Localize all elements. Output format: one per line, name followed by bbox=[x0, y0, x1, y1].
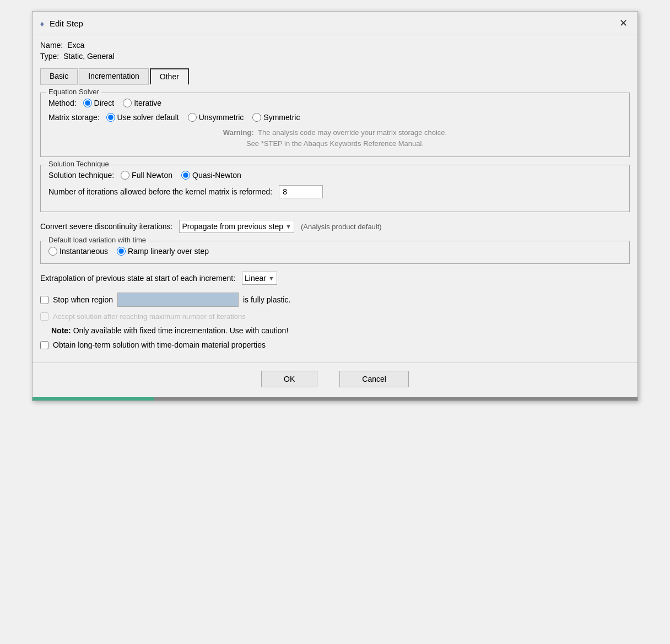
extrapolation-arrow-icon: ▼ bbox=[268, 275, 274, 282]
note-row: Note: Only available with fixed time inc… bbox=[51, 326, 630, 335]
method-direct[interactable]: Direct bbox=[83, 99, 115, 107]
tab-basic[interactable]: Basic bbox=[40, 68, 78, 85]
stop-when-region-row: Stop when region is fully plastic. bbox=[40, 293, 630, 307]
matrix-label: Matrix storage: bbox=[48, 113, 100, 122]
discontinuity-dropdown-value: Propagate from previous step bbox=[182, 222, 283, 231]
title-bar-left: ⬧ Edit Step bbox=[39, 18, 83, 29]
obtain-long-term-label: Obtain long-term solution with time-doma… bbox=[53, 340, 266, 349]
load-variation-radio-group: Instantaneous Ramp linearly over step bbox=[48, 247, 622, 256]
stop-when-label: Stop when region bbox=[53, 295, 113, 304]
matrix-radio-group: Use solver default Unsymmetric Symmetric bbox=[106, 113, 300, 122]
warning-text-1: The analysis code may override your matr… bbox=[258, 128, 447, 137]
iterations-label: Number of iterations allowed before the … bbox=[48, 187, 272, 196]
close-button[interactable]: ✕ bbox=[616, 16, 631, 30]
accept-solution-label: Accept solution after reaching maximum n… bbox=[53, 312, 246, 321]
edit-step-dialog: ⬧ Edit Step ✕ Name: Exca Type: Static, G… bbox=[32, 11, 638, 401]
note-bold: Note: bbox=[51, 326, 71, 335]
matrix-symmetric[interactable]: Symmetric bbox=[252, 113, 300, 122]
name-row: Name: Exca bbox=[40, 41, 630, 50]
obtain-long-term-checkbox[interactable] bbox=[40, 341, 48, 349]
content-area: Equation Solver Method: Direct Iterative… bbox=[33, 85, 637, 362]
button-row: OK Cancel bbox=[33, 362, 637, 397]
iterations-input[interactable] bbox=[279, 185, 323, 198]
discontinuity-note: (Analysis product default) bbox=[301, 223, 382, 231]
name-value: Exca bbox=[67, 41, 84, 50]
discontinuity-label: Convert severe discontinuity iterations: bbox=[40, 222, 172, 231]
warning-label: Warning: bbox=[223, 128, 254, 137]
discontinuity-row: Convert severe discontinuity iterations:… bbox=[40, 220, 630, 233]
equation-solver-group: Equation Solver Method: Direct Iterative… bbox=[40, 93, 630, 157]
warning-block: Warning: The analysis code may override … bbox=[48, 127, 622, 149]
technique-row: Solution technique: Full Newton Quasi-Ne… bbox=[48, 171, 622, 180]
dialog-icon: ⬧ bbox=[39, 18, 45, 29]
matrix-row: Matrix storage: Use solver default Unsym… bbox=[48, 113, 622, 122]
solution-technique-label: Solution Technique bbox=[46, 160, 111, 168]
solution-technique-group: Solution Technique Solution technique: F… bbox=[40, 165, 630, 212]
note-normal: Only available with fixed time increment… bbox=[73, 326, 289, 335]
stop-when-suffix: is fully plastic. bbox=[243, 295, 290, 304]
iterations-row: Number of iterations allowed before the … bbox=[48, 185, 622, 198]
obtain-long-term-row: Obtain long-term solution with time-doma… bbox=[40, 340, 630, 349]
equation-solver-label: Equation Solver bbox=[46, 88, 101, 96]
warning-text-2: See *STEP in the Abaqus Keywords Referen… bbox=[246, 139, 424, 148]
extrapolation-dropdown[interactable]: Linear ▼ bbox=[242, 272, 277, 285]
technique-radio-group: Full Newton Quasi-Newton bbox=[121, 171, 241, 180]
region-input[interactable] bbox=[117, 293, 239, 307]
technique-full-newton[interactable]: Full Newton bbox=[121, 171, 172, 180]
load-ramp[interactable]: Ramp linearly over step bbox=[117, 247, 209, 256]
title-bar: ⬧ Edit Step ✕ bbox=[33, 12, 637, 35]
method-row: Method: Direct Iterative bbox=[48, 99, 622, 107]
type-row: Type: Static, General bbox=[40, 52, 630, 61]
extrapolation-row: Extrapolation of previous state at start… bbox=[40, 272, 630, 285]
bottom-bar bbox=[33, 397, 637, 401]
accept-solution-checkbox[interactable] bbox=[40, 312, 48, 321]
tabs-row: Basic Incrementation Other bbox=[33, 68, 637, 85]
name-label: Name: bbox=[40, 41, 63, 50]
load-variation-group: Default load variation with time Instant… bbox=[40, 241, 630, 264]
extrapolation-label: Extrapolation of previous state at start… bbox=[40, 274, 235, 283]
method-iterative[interactable]: Iterative bbox=[123, 99, 161, 107]
type-label: Type: bbox=[40, 52, 59, 61]
load-instantaneous[interactable]: Instantaneous bbox=[48, 247, 108, 256]
method-radio-group: Direct Iterative bbox=[83, 99, 161, 107]
stop-when-region-checkbox[interactable] bbox=[40, 296, 48, 304]
cancel-button[interactable]: Cancel bbox=[339, 371, 409, 387]
matrix-solver-default[interactable]: Use solver default bbox=[106, 113, 179, 122]
accept-solution-row: Accept solution after reaching maximum n… bbox=[40, 312, 630, 321]
dropdown-arrow-icon: ▼ bbox=[285, 223, 291, 230]
extrapolation-dropdown-value: Linear bbox=[245, 274, 266, 283]
tab-incrementation[interactable]: Incrementation bbox=[79, 68, 149, 85]
type-value: Static, General bbox=[63, 52, 115, 61]
tab-other[interactable]: Other bbox=[150, 68, 189, 85]
technique-label: Solution technique: bbox=[48, 171, 114, 180]
technique-quasi-newton[interactable]: Quasi-Newton bbox=[181, 171, 241, 180]
method-label: Method: bbox=[48, 99, 77, 107]
dialog-title: Edit Step bbox=[50, 19, 83, 28]
load-variation-label: Default load variation with time bbox=[46, 236, 148, 244]
discontinuity-dropdown[interactable]: Propagate from previous step ▼ bbox=[179, 220, 294, 233]
matrix-unsymmetric[interactable]: Unsymmetric bbox=[188, 113, 244, 122]
ok-button[interactable]: OK bbox=[261, 371, 317, 387]
info-section: Name: Exca Type: Static, General bbox=[33, 35, 637, 65]
